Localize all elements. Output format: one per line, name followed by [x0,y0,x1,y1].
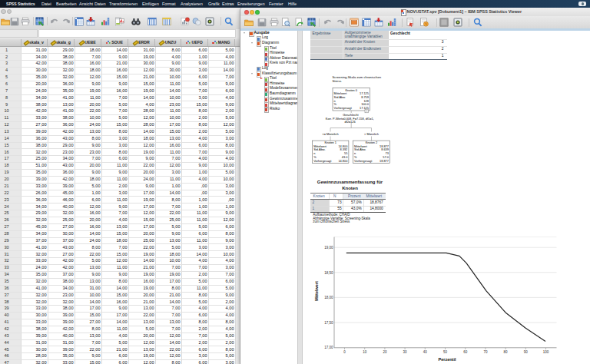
svg-text:0: 0 [343,350,346,354]
svg-text:20: 20 [383,350,387,354]
svg-text:19,00: 19,00 [324,246,333,250]
svg-text:17,50: 17,50 [324,321,333,325]
svg-text:60: 60 [463,350,468,354]
svg-text:Std.Abw.: Std.Abw. [354,147,366,151]
svg-text:100: 100 [543,350,549,354]
svg-text:18,00: 18,00 [324,296,333,299]
svg-text:df2=126: df2=126 [344,120,355,124]
svg-text:Vorhergesagt: Vorhergesagt [354,159,373,163]
svg-text:14.800: 14.800 [338,159,348,163]
svg-text:10: 10 [363,350,367,354]
svg-text:30: 30 [403,350,408,354]
svg-text:80: 80 [504,350,509,354]
svg-text:Std.Abw.: Std.Abw. [313,147,325,151]
svg-text:> Männlich: > Männlich [364,132,379,136]
svg-text:<= Männlich: <= Männlich [322,132,338,136]
svg-text:18.877: 18.877 [380,159,389,163]
svg-text:Mittelwert: Mittelwert [314,281,319,301]
svg-text:Stress: Stress [333,79,342,83]
svg-text:17,00: 17,00 [324,346,333,349]
svg-text:Std.Abw.: Std.Abw. [334,95,346,99]
svg-text:18,50: 18,50 [324,271,333,275]
svg-text:90: 90 [524,350,529,354]
svg-text:70: 70 [483,350,488,354]
svg-text:Vorhergesagt: Vorhergesagt [313,159,332,163]
svg-text:40: 40 [423,350,428,354]
svg-text:50: 50 [443,350,448,354]
svg-text:Vorhergesagt: Vorhergesagt [334,106,353,110]
svg-text:Knoten 2: Knoten 2 [366,141,378,144]
svg-text:Knoten 0: Knoten 0 [345,88,357,92]
svg-text:Perzentil: Perzentil [439,357,456,362]
